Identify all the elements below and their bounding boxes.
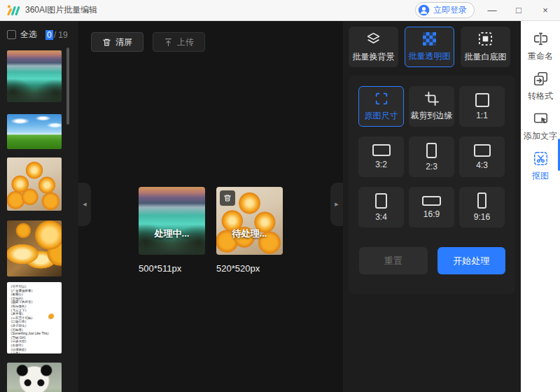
- tool-label: 抠图: [532, 170, 549, 182]
- tool-convert-format[interactable]: 转格式: [528, 71, 553, 102]
- transparency-checker-icon: [423, 32, 436, 46]
- image-card-preview[interactable]: 待处理...: [216, 187, 283, 255]
- song-list-text: 《可不可以》《广东爱情故事》《盗将行》《学猫叫》《隔壁下的声音》《纸短情长》《飞…: [7, 282, 62, 354]
- app-logo-icon: [7, 4, 21, 16]
- convert-format-icon: [533, 71, 548, 86]
- ratio-label: 3:2: [375, 160, 387, 169]
- ratio-label: 4:3: [476, 160, 488, 170]
- landscape-ratio-icon: [372, 144, 391, 156]
- ratio-crop-to-edge[interactable]: 裁剪到边缘: [409, 86, 454, 127]
- tab-change-background[interactable]: 批量换背景: [349, 27, 398, 67]
- ratio-16-9[interactable]: 16:9: [409, 187, 454, 227]
- select-all-checkbox[interactable]: [7, 30, 16, 39]
- ratio-label: 裁剪到边缘: [411, 110, 453, 122]
- rename-icon: [533, 31, 548, 46]
- scissors-cutout-icon: [533, 151, 548, 166]
- delete-image-button[interactable]: [220, 190, 235, 206]
- size-options-panel: 原图尺寸 裁剪到边缘 1:1: [349, 76, 515, 294]
- add-text-icon: [533, 111, 548, 126]
- mode-tabs: 批量换背景 批量透明图 批量白底图: [349, 27, 510, 67]
- thumbnail-waterfall[interactable]: [7, 50, 62, 102]
- minimize-button[interactable]: —: [483, 3, 501, 18]
- ratio-4-3[interactable]: 4:3: [459, 136, 505, 177]
- user-avatar-icon: [418, 4, 430, 16]
- ratio-1-1[interactable]: 1:1: [459, 86, 505, 127]
- login-label: 立即登录: [433, 4, 467, 16]
- options-panel: 批量换背景 批量透明图 批量白底图: [343, 21, 521, 392]
- ratio-label: 1:1: [476, 111, 488, 120]
- tool-add-text[interactable]: 添加文字: [524, 111, 557, 142]
- ratio-original-size[interactable]: 原图尺寸: [358, 86, 404, 127]
- upload-button[interactable]: 上传: [153, 32, 205, 52]
- thumbnail-list: 《可不可以》《广东爱情故事》《盗将行》《学猫叫》《隔壁下的声音》《纸短情长》《飞…: [7, 50, 62, 392]
- image-list-panel: 全选 0/ 19 《可不可以》《广东爱情故事》《盗将行》《学猫叫》《隔壁下的声音…: [0, 21, 78, 392]
- ratio-3-4[interactable]: 3:4: [358, 187, 404, 227]
- thumbnail-panda[interactable]: [7, 363, 62, 392]
- app-title: 360AI图片批量编辑: [25, 4, 97, 16]
- tools-sidebar: 重命名 转格式 添加文: [521, 21, 560, 392]
- tall-ratio-icon: [477, 192, 486, 209]
- tab-white-background[interactable]: 批量白底图: [461, 27, 510, 67]
- selection-count: 0/ 19: [46, 30, 68, 40]
- ratio-label: 3:4: [375, 212, 387, 222]
- dashed-square-icon: [478, 31, 493, 46]
- tab-transparent-image[interactable]: 批量透明图: [405, 27, 454, 67]
- thumbnail-green-field[interactable]: [7, 114, 62, 149]
- processing-status: 待处理...: [216, 227, 283, 240]
- tool-cutout[interactable]: 抠图: [532, 151, 549, 182]
- ratio-3-2[interactable]: 3:2: [358, 136, 404, 177]
- ratio-label: 16:9: [424, 209, 440, 219]
- image-dimensions: 500*511px: [139, 263, 205, 274]
- ratio-label: 2:3: [426, 162, 438, 172]
- thumbnail-scrollbar[interactable]: [66, 48, 69, 125]
- square-ratio-icon: [475, 93, 489, 107]
- login-button[interactable]: 立即登录: [415, 2, 475, 18]
- portrait-ratio-icon: [426, 143, 437, 158]
- portrait-ratio-icon: [375, 193, 387, 209]
- upload-label: 上传: [177, 36, 194, 48]
- wide-ratio-icon: [422, 196, 441, 206]
- thumbnail-oranges-basket[interactable]: [7, 158, 62, 211]
- ratio-grid: 原图尺寸 裁剪到边缘 1:1: [358, 86, 505, 227]
- orange-emoji-icon: [49, 314, 54, 318]
- start-processing-button[interactable]: 开始处理: [438, 247, 506, 274]
- title-bar: 360AI图片批量编辑 立即登录 — □ ×: [0, 0, 560, 21]
- thumbnail-orange-slices[interactable]: [7, 220, 62, 276]
- image-card-preview[interactable]: 处理中...: [139, 187, 205, 255]
- processing-status: 处理中...: [139, 227, 205, 240]
- landscape-ratio-icon: [474, 144, 491, 157]
- image-card: 处理中... 500*511px: [139, 187, 205, 274]
- workspace-canvas: 清屏 上传 ◀ ▶ 处理中...: [78, 21, 343, 392]
- image-card: 待处理... 520*520px: [216, 187, 283, 274]
- corner-brackets-icon: [374, 91, 389, 106]
- reset-button[interactable]: 重置: [359, 247, 428, 274]
- selected-count: 0: [46, 30, 53, 40]
- ratio-label: 原图尺寸: [365, 110, 398, 122]
- tab-label: 批量换背景: [353, 51, 395, 63]
- layers-icon: [366, 31, 381, 46]
- ratio-label: 9:16: [474, 212, 490, 222]
- image-dimensions: 520*520px: [216, 263, 283, 274]
- trash-icon: [102, 38, 111, 47]
- clear-screen-label: 清屏: [115, 36, 132, 48]
- close-button[interactable]: ×: [536, 3, 554, 18]
- tool-rename[interactable]: 重命名: [528, 31, 553, 62]
- ratio-2-3[interactable]: 2:3: [409, 136, 454, 177]
- thumbnail-song-list[interactable]: 《可不可以》《广东爱情故事》《盗将行》《学猫叫》《隔壁下的声音》《纸短情长》《飞…: [7, 282, 62, 354]
- processing-cards: 处理中... 500*511px 待处理... 520*520px: [78, 187, 343, 274]
- tool-label: 添加文字: [524, 130, 557, 142]
- upload-icon: [164, 38, 173, 47]
- ratio-9-16[interactable]: 9:16: [459, 187, 505, 227]
- tool-label: 转格式: [528, 90, 553, 102]
- total-count: / 19: [54, 30, 68, 40]
- maximize-button[interactable]: □: [510, 3, 528, 18]
- clear-screen-button[interactable]: 清屏: [91, 32, 144, 52]
- tool-label: 重命名: [528, 50, 553, 62]
- select-all-label: 全选: [20, 29, 37, 41]
- crop-icon: [424, 91, 440, 106]
- tab-label: 批量透明图: [409, 50, 451, 62]
- tab-label: 批量白底图: [465, 51, 507, 63]
- app-window: 360AI图片批量编辑 立即登录 — □ × 全选: [0, 0, 560, 392]
